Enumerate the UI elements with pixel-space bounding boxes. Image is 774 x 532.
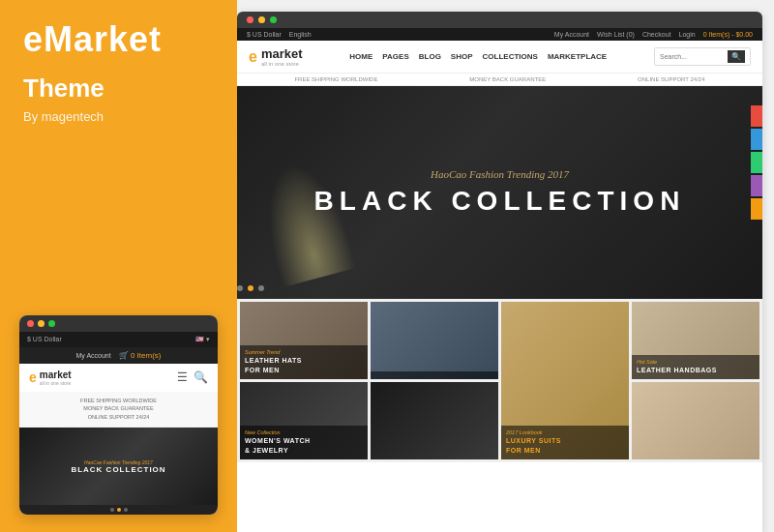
mobile-cart: 🛒 0 Item(s) <box>119 351 162 360</box>
product-cell-4[interactable]: Hot Sale LEATHER HANDBAGS <box>632 302 759 379</box>
mobile-logo-text: market <box>40 369 72 380</box>
product-cell-5[interactable]: New Collection WOMEN'S WATCH& JEWELRY <box>240 382 368 459</box>
product-grid: Summer Trend LEATHER HATSFOR MEN 2017 Lo… <box>237 299 762 462</box>
mobile-info-3: ONLINE SUPPORT 24/24 <box>27 413 210 422</box>
side-tab-1[interactable] <box>751 105 762 127</box>
mobile-hero-bg: HaoCao Fashion Trending 2017 BLACK COLLE… <box>19 428 218 505</box>
mobile-hero: HaoCao Fashion Trending 2017 BLACK COLLE… <box>19 428 218 505</box>
product-title-4: LEATHER HANDBAGS <box>637 366 755 375</box>
browser-frame: $ US Dollar English My Account Wish List… <box>237 12 762 532</box>
hero-overlay: HaoCao Fashion Trending 2017 BLACK COLLE… <box>237 86 762 299</box>
product-tag-3: 2017 Lookbook <box>506 429 624 437</box>
dbar-left: $ US Dollar English <box>247 31 312 38</box>
hero-dot-3[interactable] <box>258 285 264 291</box>
desktop-info-bar: FREE SHIPPING WORLDWIDE MONEY BACK GUARA… <box>237 74 762 86</box>
product-cell-6[interactable] <box>371 382 498 459</box>
info-support: ONLINE SUPPORT 24/24 <box>638 76 704 82</box>
nav-home[interactable]: HOME <box>349 52 372 61</box>
nav-marketplace[interactable]: MARKETPLACE <box>548 52 607 61</box>
hero-main: BLACK COLLECTION <box>314 186 686 217</box>
search-input[interactable] <box>660 53 728 60</box>
product-cell-3[interactable]: 2017 Lookbook LUXURY SUITSFOR MEN <box>501 302 629 459</box>
product-title-1: LEATHER HATSFOR MEN <box>245 356 363 375</box>
product-title-3: LUXURY SUITSFOR MEN <box>506 436 624 456</box>
desktop-login[interactable]: Login <box>679 31 696 38</box>
search-button[interactable]: 🔍 <box>728 50 745 63</box>
side-tab-4[interactable] <box>751 175 762 196</box>
mobile-info-1: FREE SHIPPING WORLDWIDE <box>27 397 210 405</box>
browser-dot-red <box>247 16 253 23</box>
hamburger-icon[interactable]: ☰ <box>177 370 188 384</box>
mobile-hero-sub: HaoCao Fashion Trending 2017 <box>71 459 165 465</box>
mobile-dots <box>19 505 218 515</box>
dot-green <box>48 320 55 327</box>
info-shipping: FREE SHIPPING WORLDWIDE <box>294 76 377 82</box>
dot-red <box>27 320 34 327</box>
mobile-currency: $ US Dollar <box>27 336 62 342</box>
mobile-account-label: My Account <box>76 352 111 359</box>
desktop-logo-text: market <box>261 46 303 61</box>
hero-sub: HaoCao Fashion Trending 2017 <box>431 168 569 180</box>
browser-dot-green <box>270 16 277 23</box>
dot-yellow <box>38 320 45 327</box>
product-cell-1[interactable]: Summer Trend LEATHER HATSFOR MEN <box>240 302 368 379</box>
left-panel: eMarket Theme By magentech $ US Dollar 🇺… <box>0 0 237 532</box>
mobile-account-bar: My Account 🛒 0 Item(s) <box>19 347 218 364</box>
mobile-info-2: MONEY BACK GUARANTEE <box>27 404 210 413</box>
dbar-right: My Account Wish List (0) Checkout Login … <box>554 31 753 38</box>
mobile-preview-card: $ US Dollar 🇺🇸 ▾ My Account 🛒 0 Item(s) … <box>19 315 218 515</box>
desktop-logo: e market all in one store <box>249 46 303 67</box>
desktop-search[interactable]: 🔍 <box>654 47 751 66</box>
desktop-hero: HaoCao Fashion Trending 2017 BLACK COLLE… <box>237 86 762 299</box>
nav-shop[interactable]: SHOP <box>451 52 473 61</box>
mobile-dot-1[interactable] <box>110 508 114 512</box>
nav-pages[interactable]: PAGES <box>382 52 408 61</box>
desktop-logo-sub: all in one store <box>261 61 303 67</box>
desktop-cart[interactable]: 0 Item(s) - $0.00 <box>703 31 753 38</box>
side-tab-3[interactable] <box>751 152 762 173</box>
nav-blog[interactable]: BLOG <box>419 52 441 61</box>
side-tabs <box>751 105 762 220</box>
mobile-logo-sub: all in one store <box>40 380 72 386</box>
mobile-logo-icon: e <box>29 369 37 385</box>
product-title-5: WOMEN'S WATCH& JEWELRY <box>245 436 363 456</box>
desktop-wishlist[interactable]: Wish List (0) <box>597 31 635 38</box>
browser-title-bar <box>237 12 762 28</box>
browser-dot-yellow <box>258 16 265 23</box>
mobile-logo: e market all in one store <box>29 369 72 386</box>
hero-dot-2[interactable] <box>248 285 253 291</box>
desktop-top-bar: $ US Dollar English My Account Wish List… <box>237 28 762 41</box>
mobile-dot-3[interactable] <box>124 508 128 512</box>
info-money: MONEY BACK GUARANTEE <box>469 76 546 82</box>
mobile-nav-icons: ☰ 🔍 <box>177 370 208 384</box>
desktop-account[interactable]: My Account <box>554 31 589 38</box>
product-tag-4: Hot Sale <box>637 359 755 367</box>
nav-collections[interactable]: COLLECTIONS <box>483 52 538 61</box>
mobile-hero-main: BLACK COLLECTION <box>71 465 165 474</box>
desktop-currency[interactable]: $ US Dollar <box>247 31 282 38</box>
product-cell-7[interactable] <box>632 382 759 459</box>
product-label-3: 2017 Lookbook LUXURY SUITSFOR MEN <box>501 426 629 459</box>
mobile-top-bar: $ US Dollar 🇺🇸 ▾ <box>19 332 218 347</box>
mobile-info-bar: FREE SHIPPING WORLDWIDE MONEY BACK GUARA… <box>19 392 218 428</box>
side-tab-2[interactable] <box>751 129 762 150</box>
search-icon[interactable]: 🔍 <box>194 370 208 384</box>
product-tag-5: New Collection <box>245 429 363 437</box>
product-cell-2[interactable] <box>371 302 498 379</box>
mobile-title-bar <box>19 315 218 332</box>
desktop-nav: e market all in one store HOME PAGES BLO… <box>237 41 762 74</box>
product-label-1: Summer Trend LEATHER HATSFOR MEN <box>240 345 368 379</box>
side-tab-5[interactable] <box>751 198 762 220</box>
mobile-dot-2[interactable] <box>117 508 121 512</box>
product-label-5: New Collection WOMEN'S WATCH& JEWELRY <box>240 426 368 459</box>
brand-title: eMarket <box>23 19 214 60</box>
hero-dot-1[interactable] <box>237 285 243 291</box>
hero-dots <box>237 285 264 291</box>
desktop-logo-icon: e <box>249 48 257 66</box>
right-panel: $ US Dollar English My Account Wish List… <box>237 0 774 532</box>
mobile-logo-bar: e market all in one store ☰ 🔍 <box>19 364 218 392</box>
product-label-4: Hot Sale LEATHER HANDBAGS <box>632 355 759 379</box>
desktop-language[interactable]: English <box>289 31 312 38</box>
desktop-checkout[interactable]: Checkout <box>642 31 671 38</box>
by-label: By magentech <box>23 109 214 124</box>
